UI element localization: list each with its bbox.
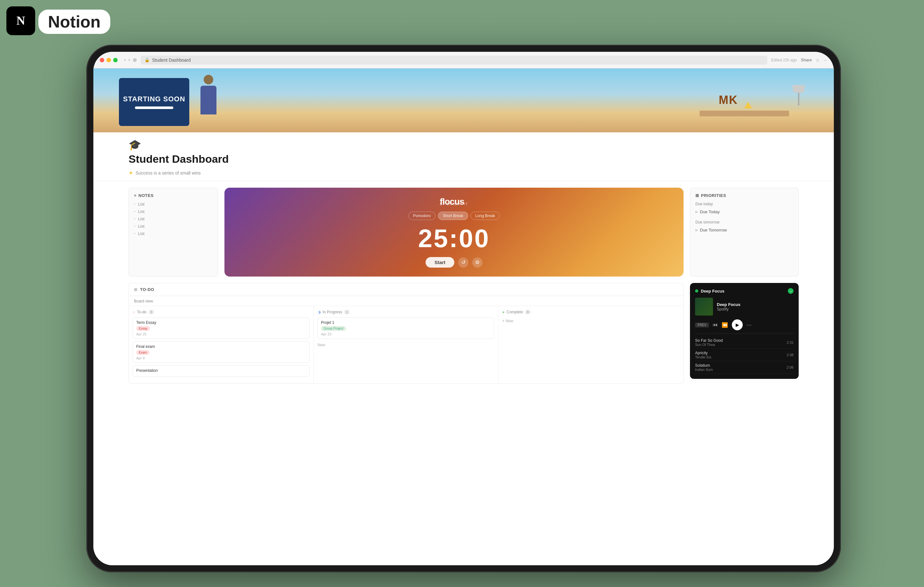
spotify-track-row-3[interactable]: Solatium Indian Sum 2:06 — [695, 361, 794, 374]
spotify-track-name: Deep Focus — [717, 302, 794, 307]
list-item[interactable]: List — [134, 216, 213, 221]
spotify-track-artist: Spotify — [717, 307, 794, 312]
due-tomorrow-item[interactable]: ▶ Due Tomorrow — [695, 226, 793, 234]
flocus-settings-button[interactable]: ⚙ — [472, 257, 482, 268]
spotify-logo-icon — [695, 289, 698, 292]
due-tomorrow-group: Due tomorrow ▶ Due Tomorrow — [695, 220, 793, 234]
bookmark-icon[interactable]: ☆ — [816, 58, 820, 63]
list-item[interactable]: List — [134, 224, 213, 229]
flocus-start-button[interactable]: Start — [426, 257, 454, 268]
priority-arrow-icon: ▶ — [695, 210, 698, 214]
tab-short-break[interactable]: Short Break — [438, 212, 468, 220]
inprogress-add-button[interactable]: New — [317, 341, 494, 348]
spotify-play-button[interactable]: ▶ — [732, 319, 743, 330]
more-options-icon[interactable]: ··· — [823, 58, 827, 63]
spotify-forward-button[interactable]: ⋯ — [747, 322, 752, 328]
tab-pomodoro[interactable]: Pomodoro — [408, 212, 436, 220]
maximize-dot[interactable] — [113, 58, 118, 62]
priorities-section: ⊞ PRIORITIES Due today ▶ Due Today Due t… — [690, 188, 799, 277]
due-today-item[interactable]: ▶ Due Today — [695, 208, 793, 216]
spotify-back-button[interactable]: ⏪ — [722, 322, 728, 328]
notes-header: ≡ NOTES — [134, 193, 213, 198]
inprogress-status-icon: ◑ — [317, 310, 321, 314]
list-item[interactable]: List — [134, 231, 213, 236]
spotify-now-playing: Deep Focus Spotify — [695, 298, 794, 315]
starting-soon-card: STARTING SOON — [119, 78, 189, 126]
page-banner: STARTING SOON MK — [93, 68, 834, 132]
tagline-text: Success is a series of small wins — [135, 170, 201, 176]
flocus-widget: flocus BY BRIGHT IT Pomodoro Short Break… — [224, 188, 683, 277]
minimize-dot[interactable] — [106, 58, 111, 62]
browser-traffic-lights — [100, 58, 118, 62]
banner-mk-text: MK — [719, 93, 738, 107]
starting-soon-bar — [135, 107, 173, 109]
forward-button[interactable]: › — [128, 57, 130, 63]
complete-status-icon: ● — [502, 310, 505, 314]
flocus-timer: 25:00 — [418, 226, 490, 251]
url-text: Student Dashboard — [152, 58, 191, 63]
page-tagline: ★ Success is a series of small wins — [129, 168, 799, 178]
svg-point-2 — [788, 288, 794, 294]
url-bar[interactable]: 🔒 Student Dashboard — [141, 56, 767, 64]
spotify-track-row-2[interactable]: Apricity Tendle Eis 2:38 — [695, 349, 794, 361]
spotify-widget: Deep Focus Deep Focus Spotify — [690, 283, 799, 379]
spotify-track-row-1[interactable]: So Far So Good Sun Of Thea 2:31 — [695, 336, 794, 349]
priorities-header: ⊞ PRIORITIES — [695, 193, 793, 198]
banner-triangle — [744, 102, 752, 108]
page-content: STARTING SOON MK — [93, 68, 834, 565]
spotify-track-list: So Far So Good Sun Of Thea 2:31 Apricity… — [695, 333, 794, 374]
todo-status-icon: ○ — [133, 310, 135, 314]
starting-soon-text: STARTING SOON — [123, 95, 185, 103]
due-today-label: Due today — [695, 202, 793, 206]
spotify-prev-label[interactable]: PREV — [695, 323, 709, 327]
spotify-album-art — [695, 298, 713, 315]
flocus-logo: flocus BY BRIGHT IT — [440, 196, 468, 206]
banner-lamp — [792, 85, 805, 110]
close-dot[interactable] — [100, 58, 104, 62]
due-tomorrow-label: Due tomorrow — [695, 220, 793, 224]
main-content-grid: ≡ NOTES List List List List List flocus — [93, 181, 834, 283]
tagline-star-icon: ★ — [129, 170, 133, 176]
board-view-toggle[interactable]: Board view — [129, 296, 683, 306]
notes-list-icon: ≡ — [134, 193, 137, 198]
todo-card-final-exam[interactable]: Final exam Exam Apr 9 — [133, 341, 310, 363]
todo-column-complete: ● Complete 0 + New — [498, 306, 683, 383]
list-item[interactable]: List — [134, 202, 213, 206]
bottom-content-grid: ⊞ TO-DO Board view ○ To-do 3 — [93, 283, 834, 393]
spotify-prev-button[interactable]: ⏮ — [713, 322, 718, 328]
list-item[interactable]: List — [134, 209, 213, 214]
complete-add-button[interactable]: + New — [502, 318, 680, 325]
priorities-grid-icon: ⊞ — [695, 193, 699, 198]
todo-card-projet1[interactable]: Projet 1 Group Project Apr 23 — [317, 318, 494, 339]
ipad-frame: ‹ › ⊕ 🔒 Student Dashboard Edited 22h ago… — [86, 45, 841, 572]
spotify-icon — [788, 288, 794, 294]
spotify-track-info: Deep Focus Spotify — [717, 302, 794, 312]
banner-desk — [700, 110, 789, 116]
page-icon: 🎓 — [129, 139, 799, 151]
notion-logo-area: N Notion — [7, 7, 35, 35]
todo-section: ⊞ TO-DO Board view ○ To-do 3 — [129, 283, 683, 384]
page-header: 🎓 Student Dashboard ★ Success is a serie… — [93, 132, 834, 181]
banner-person — [196, 75, 221, 126]
tab-long-break[interactable]: Long Break — [470, 212, 500, 220]
browser-chrome: ‹ › ⊕ 🔒 Student Dashboard Edited 22h ago… — [93, 52, 834, 68]
todo-card-term-essay[interactable]: Term Essay Essay Apr 25 — [133, 318, 310, 339]
saved-status: Edited 22h ago — [771, 58, 797, 62]
banner-lamp-shade — [792, 85, 805, 93]
flocus-reset-button[interactable]: ↺ — [458, 257, 469, 268]
todo-column-inprogress: ◑ In Progress 1 Projet 1 Group Project A… — [314, 306, 498, 383]
todo-col-header-complete: ● Complete 0 — [502, 310, 680, 314]
share-button[interactable]: Share — [801, 58, 812, 62]
svg-text:N: N — [16, 14, 25, 27]
page-title: Student Dashboard — [129, 153, 799, 165]
notes-title: NOTES — [139, 193, 153, 198]
notion-logo-icon: N — [7, 7, 35, 35]
browser-actions: Edited 22h ago Share ☆ ··· — [771, 58, 827, 63]
todo-card-presentation[interactable]: Presentation — [133, 365, 310, 377]
flocus-tabs: Pomodoro Short Break Long Break — [408, 212, 500, 220]
spotify-now-playing-label: Deep Focus — [701, 289, 724, 294]
banner-desk-area: MK — [700, 75, 808, 126]
refresh-button[interactable]: ⊕ — [133, 57, 137, 63]
back-button[interactable]: ‹ — [124, 57, 125, 63]
notes-list: List List List List List — [134, 202, 213, 236]
